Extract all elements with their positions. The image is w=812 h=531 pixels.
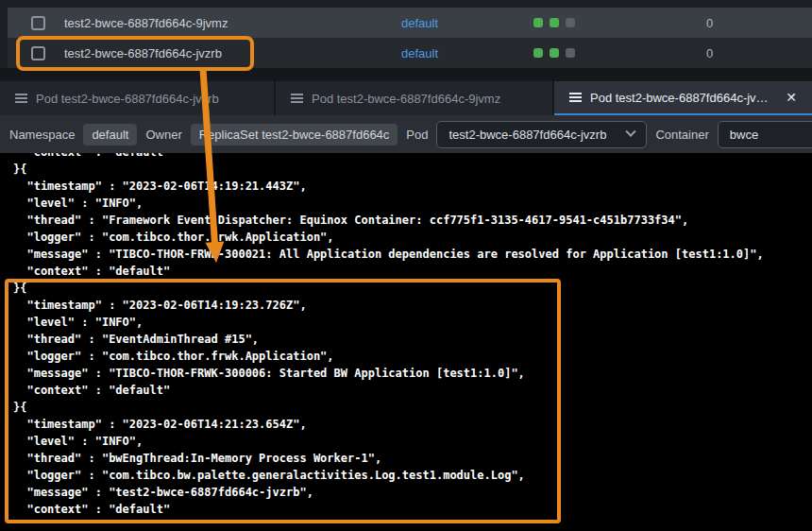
log-line: "message" : "TIBCO-THOR-FRWK-300021: All… xyxy=(13,246,812,263)
log-line: "context" : "default" xyxy=(13,382,812,399)
log-line: "timestamp" : "2023-02-06T14:19:23.726Z"… xyxy=(13,297,812,314)
tab-pod-logs-jvzrb[interactable]: Pod test2-bwce-6887fd664c-jvzrb xyxy=(0,81,274,115)
log-line: "logger" : "com.tibco.thor.frwk.Applicat… xyxy=(13,229,812,246)
tab-pod-logs-9jvmz[interactable]: Pod test2-bwce-6887fd664c-9jvmz xyxy=(276,81,552,115)
row-checkbox[interactable] xyxy=(31,16,45,30)
container-status-dot xyxy=(550,48,559,58)
log-line: }{ xyxy=(13,161,812,178)
log-line: "level" : "INFO", xyxy=(13,195,812,212)
pod-table-row[interactable]: test2-bwce-6887fd664c-9jvmz default 0 xyxy=(8,8,812,38)
log-line: "logger" : "com.tibco.thor.frwk.Applicat… xyxy=(13,348,812,365)
container-status-dot xyxy=(550,18,559,27)
container-status-dot xyxy=(566,48,575,58)
log-line: "logger" : "com.tibco.bw.palette.general… xyxy=(13,467,812,484)
log-line: }{ xyxy=(13,399,812,416)
log-line: "thread" : "bwEngThread:In-Memory Proces… xyxy=(13,450,812,467)
container-status-dot xyxy=(533,18,543,27)
pod-name[interactable]: test2-bwce-6887fd664c-9jvmz xyxy=(64,16,401,30)
pod-label: Pod xyxy=(406,128,428,142)
tab-pod-logs-jvzrb-active[interactable]: Pod test2-bwce-6887fd664c-jvzrb ✕ xyxy=(554,81,812,115)
pod-logs-icon xyxy=(291,97,303,99)
namespace-cell: default xyxy=(401,46,533,60)
container-status-dot xyxy=(566,18,575,27)
namespace-label: Namespace xyxy=(9,128,75,142)
namespace-link[interactable]: default xyxy=(401,46,438,60)
dock-tabs: Pod test2-bwce-6887fd664c-jvzrb Pod test… xyxy=(0,81,812,115)
restart-count: 0 xyxy=(706,46,812,60)
restart-count: 0 xyxy=(706,16,812,30)
namespace-badge[interactable]: default xyxy=(83,124,137,146)
log-line: "timestamp" : "2023-02-06T14:19:21.443Z"… xyxy=(13,178,812,195)
log-line: "level" : "INFO", xyxy=(13,314,812,331)
container-status-indicators xyxy=(533,18,706,27)
dock-tab-bar: Pod test2-bwce-6887fd664c-jvzrb Pod test… xyxy=(0,68,812,115)
container-status-dot xyxy=(533,48,543,58)
log-line: "level" : "INFO", xyxy=(13,433,812,450)
log-line: "context" : "default" xyxy=(13,263,812,280)
pod-table: test2-bwce-6887fd664c-9jvmz default 0 te… xyxy=(0,0,812,68)
log-line: }{ xyxy=(13,280,812,297)
namespace-link[interactable]: default xyxy=(401,16,438,30)
tab-label: Pod test2-bwce-6887fd664c-jvzrb xyxy=(36,92,219,106)
log-line: "message" : "TIBCO-THOR-FRWK-300006: Sta… xyxy=(13,365,812,382)
row-checkbox-cell xyxy=(8,16,64,30)
tab-label: Pod test2-bwce-6887fd664c-jvzrb xyxy=(590,91,771,105)
log-line: "message" : "test2-bwce-6887fd664c-jvzrb… xyxy=(13,484,812,501)
pod-logs-icon xyxy=(569,96,582,98)
log-line: "context" : "default" xyxy=(13,501,812,518)
chevron-down-icon xyxy=(626,127,636,137)
row-checkbox-cell xyxy=(8,46,64,60)
owner-label: Owner xyxy=(145,128,181,142)
namespace-cell: default xyxy=(401,16,533,30)
log-line: "timestamp" : "2023-02-06T14:21:23.654Z"… xyxy=(13,416,812,433)
pod-logs-toolbar: Namespace default Owner ReplicaSet test2… xyxy=(0,115,812,153)
log-line: "context" : "default" xyxy=(13,153,812,161)
container-status-indicators xyxy=(533,48,706,58)
container-label: Container xyxy=(655,128,708,142)
pod-select[interactable]: test2-bwce-6887fd664c-jvzrb xyxy=(436,121,647,148)
close-tab-icon[interactable]: ✕ xyxy=(780,90,797,105)
pod-logs-icon xyxy=(15,97,27,99)
log-output[interactable]: "context" : "default"}{ "timestamp" : "2… xyxy=(0,153,812,531)
pod-table-row[interactable]: test2-bwce-6887fd664c-jvzrb default 0 xyxy=(8,38,812,68)
pod-name[interactable]: test2-bwce-6887fd664c-jvzrb xyxy=(64,46,401,60)
row-checkbox[interactable] xyxy=(31,46,45,60)
pod-select-value: test2-bwce-6887fd664c-jvzrb xyxy=(448,128,606,142)
log-line: "thread" : "EventAdminThread #15", xyxy=(13,331,812,348)
container-select[interactable]: bwce xyxy=(718,121,812,148)
tab-label: Pod test2-bwce-6887fd664c-9jvmz xyxy=(312,92,500,106)
owner-badge[interactable]: ReplicaSet test2-bwce-6887fd664c xyxy=(191,124,398,146)
log-line: "thread" : "Framework Event Dispatcher: … xyxy=(13,212,812,229)
